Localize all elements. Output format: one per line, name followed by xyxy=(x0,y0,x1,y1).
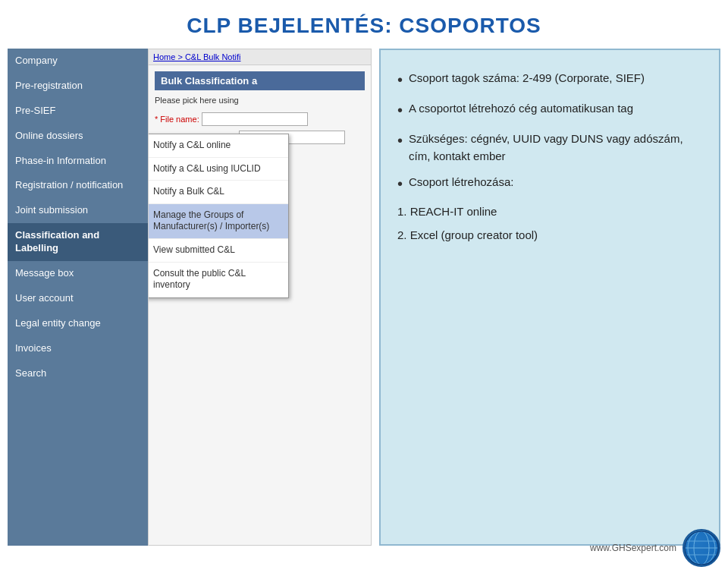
numbered-item-0: 1. REACH-IT online xyxy=(397,200,702,223)
browser-area: Home > C&L Bulk Notifi Bulk Classificati… xyxy=(148,49,372,546)
bullet-list: Csoport tagok száma: 2-499 (Corporate, S… xyxy=(397,65,702,200)
file-name-label: * File name: xyxy=(155,115,199,124)
bullet-item-3: Csoport létrehozása: xyxy=(397,169,702,200)
sidebar-item-classification-and-labelling[interactable]: Classification and Labelling xyxy=(8,223,148,261)
dropdown-item-2[interactable]: Notify a Bulk C&L xyxy=(149,181,288,204)
sidebar-item-invoices[interactable]: Invoices xyxy=(8,336,148,361)
numbered-item-1: 2. Excel (group creator tool) xyxy=(397,223,702,247)
dropdown-item-0[interactable]: Notify a C&L online xyxy=(149,134,288,158)
globe-icon xyxy=(682,529,720,567)
sidebar-item-company[interactable]: Company xyxy=(8,49,148,74)
form-instruction: Please pick here using xyxy=(155,95,365,106)
left-panel: CompanyPre-registrationPre-SIEFOnline do… xyxy=(8,49,372,546)
sidebar-item-legal-entity-change[interactable]: Legal entity change xyxy=(8,311,148,336)
dropdown-item-1[interactable]: Notify a C&L using IUCLID xyxy=(149,158,288,181)
sidebar-item-registration---notification[interactable]: Registration / notification xyxy=(8,173,148,198)
sidebar-item-message-box[interactable]: Message box xyxy=(8,261,148,286)
nav-home-link[interactable]: Home > C&L Bulk Notifi xyxy=(153,52,240,61)
dropdown-item-4[interactable]: View submitted C&L xyxy=(149,239,288,263)
footer-url: www.GHSexpert.com xyxy=(590,543,676,553)
info-panel: Csoport tagok száma: 2-499 (Corporate, S… xyxy=(379,49,720,546)
bullet-item-2: Szükséges: cégnév, UUID vagy DUNS vagy a… xyxy=(397,126,702,169)
sidebar-item-phase-in-information[interactable]: Phase-in Information xyxy=(8,149,148,174)
page-title: CLP BEJELENTÉS: CSOPORTOS xyxy=(0,0,728,49)
browser-nav: Home > C&L Bulk Notifi xyxy=(149,49,371,65)
bullet-item-1: A csoportot létrehozó cég automatikusan … xyxy=(397,96,702,126)
footer: www.GHSexpert.com xyxy=(590,529,720,567)
bullet-item-0: Csoport tagok száma: 2-499 (Corporate, S… xyxy=(397,65,702,96)
dropdown-item-3[interactable]: Manage the Groups of Manufacturer(s) / I… xyxy=(149,204,288,239)
sidebar-item-search[interactable]: Search xyxy=(8,361,148,386)
dropdown-item-5[interactable]: Consult the public C&L inventory xyxy=(149,263,288,298)
file-name-input[interactable] xyxy=(202,112,308,126)
sidebar-item-joint-submission[interactable]: Joint submission xyxy=(8,198,148,223)
sidebar-item-pre-registration[interactable]: Pre-registration xyxy=(8,74,148,99)
bulk-classification-header: Bulk Classification a xyxy=(155,71,365,90)
dropdown-menu: Notify a C&L onlineNotify a C&L using IU… xyxy=(149,134,289,298)
sidebar-item-user-account[interactable]: User account xyxy=(8,286,148,311)
sidebar: CompanyPre-registrationPre-SIEFOnline do… xyxy=(8,49,148,546)
sidebar-item-online-dossiers[interactable]: Online dossiers xyxy=(8,124,148,149)
browser-content: Bulk Classification a Please pick here u… xyxy=(149,65,371,545)
sidebar-item-pre-sief[interactable]: Pre-SIEF xyxy=(8,99,148,124)
file-name-field: * File name: xyxy=(155,112,365,126)
